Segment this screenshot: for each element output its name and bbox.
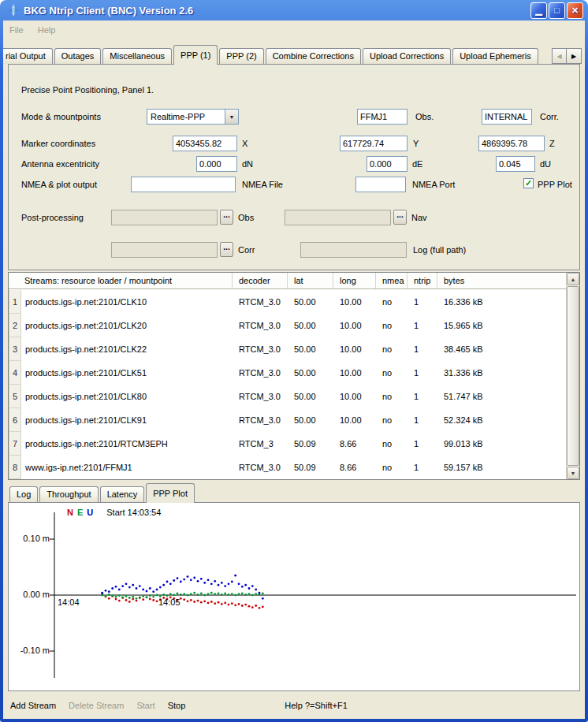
antenna-de-input[interactable] (367, 156, 408, 172)
stream-mountpoint: www.igs-ip.net:2101/FFMJ1 (21, 456, 233, 479)
menu-help[interactable]: Help (38, 25, 56, 35)
dn-label: dN (242, 159, 253, 169)
post-obs-input (111, 210, 218, 225)
stop-button[interactable]: Stop (168, 701, 186, 710)
browse-nav-button[interactable]: ... (393, 210, 407, 225)
table-row[interactable]: 8 www.igs-ip.net:2101/FFMJ1 RTCM_3.0 50.… (9, 456, 566, 479)
antenna-du-input[interactable] (496, 156, 535, 172)
stream-lat: 50.00 (288, 385, 333, 408)
marker-z-input[interactable] (478, 136, 545, 151)
header-lat[interactable]: lat (288, 273, 333, 288)
ppp-plot-checkbox[interactable]: ✓ (523, 178, 534, 188)
stream-long: 10.00 (333, 408, 376, 432)
table-row[interactable]: 7 products.igs-ip.net:2101/RTCM3EPH RTCM… (9, 432, 566, 456)
scroll-up-icon: ▲ (571, 277, 576, 282)
tab-combine-corrections[interactable]: Combine Corrections (266, 48, 361, 64)
header-mountpoint[interactable]: Streams: resource loader / mountpoint (21, 273, 233, 288)
tab-scroll-right-button[interactable]: ▶ (567, 48, 582, 64)
tab-ppp-plot[interactable]: PPP Plot (146, 483, 195, 503)
tab-upload-corrections[interactable]: Upload Corrections (363, 48, 451, 64)
corr-mountpoint-input[interactable] (482, 109, 532, 125)
post-nav-label: Nav (411, 213, 427, 222)
tab-scroll-left-button[interactable]: ◀ (552, 48, 567, 64)
stream-mountpoint: products.igs-ip.net:2101/CLK80 (21, 385, 233, 408)
table-row[interactable]: 1 products.igs-ip.net:2101/CLK10 RTCM_3.… (9, 290, 566, 314)
table-row[interactable]: 6 products.igs-ip.net:2101/CLK91 RTCM_3.… (9, 408, 566, 432)
corr-label: Corr. (540, 112, 559, 121)
mode-combobox[interactable]: Realtime-PPP ▼ (147, 109, 239, 125)
row-number: 1 (9, 290, 21, 314)
titlebar[interactable]: BKG Ntrip Client (BNC) Version 2.6 ▁ □ ✕ (3, 0, 585, 20)
stream-mountpoint: products.igs-ip.net:2101/CLK10 (21, 290, 233, 314)
minimize-button[interactable]: ▁ (530, 2, 547, 19)
scroll-up-button[interactable]: ▲ (567, 273, 579, 285)
stream-long: 10.00 (333, 337, 376, 361)
obs-mountpoint-input[interactable] (357, 109, 408, 125)
tab-latency[interactable]: Latency (100, 486, 145, 502)
stream-mountpoint: products.igs-ip.net:2101/CLK91 (21, 408, 233, 432)
post-nav-input (285, 210, 391, 225)
tab-ppp-1[interactable]: PPP (1) (173, 45, 218, 65)
table-row[interactable]: 4 products.igs-ip.net:2101/CLK51 RTCM_3.… (9, 361, 566, 385)
scrollbar-thumb[interactable] (567, 286, 579, 466)
nmea-file-input[interactable] (131, 177, 236, 192)
stream-bytes: 38.465 kB (437, 337, 566, 361)
y-label: Y (413, 139, 419, 148)
du-label: dU (540, 159, 551, 169)
main-tab-bar: rial Output Outages Miscellaneous PPP (1… (3, 39, 585, 65)
maximize-button[interactable]: □ (549, 2, 565, 19)
header-ntrip[interactable]: ntrip (408, 273, 437, 288)
add-stream-button[interactable]: Add Stream (10, 701, 56, 710)
plot-legend-item: E (77, 508, 83, 517)
ppp-panel: Precise Point Positioning, Panel 1. Mode… (8, 64, 580, 270)
tab-throughput[interactable]: Throughput (39, 486, 98, 502)
menu-bar: File Help (3, 20, 585, 39)
stream-nmea: no (376, 337, 408, 361)
plot-legend-item: N (67, 508, 73, 517)
stream-ntrip: 1 (408, 456, 437, 479)
table-scrollbar[interactable]: ▲ ▼ (566, 273, 579, 479)
marker-x-input[interactable] (173, 136, 237, 151)
marker-y-input[interactable] (340, 136, 408, 151)
antenna-dn-input[interactable] (196, 156, 237, 172)
stream-ntrip: 1 (408, 314, 437, 337)
header-nmea[interactable]: nmea (376, 273, 408, 288)
table-row[interactable]: 5 products.igs-ip.net:2101/CLK80 RTCM_3.… (9, 385, 566, 408)
stream-bytes: 15.965 kB (437, 314, 566, 337)
plot-legend: N E U Start 14:03:54 (67, 508, 161, 517)
y-tick-label: -0.10 m (12, 646, 50, 655)
table-row[interactable]: 2 products.igs-ip.net:2101/CLK20 RTCM_3.… (9, 314, 566, 337)
tab-upload-ephemeris[interactable]: Upload Ephemeris (452, 48, 538, 64)
header-long[interactable]: long (333, 273, 376, 288)
window-client-area: File Help rial Output Outages Miscellane… (3, 20, 585, 719)
browse-corr-button[interactable]: ... (220, 242, 233, 257)
tab-ppp-2[interactable]: PPP (2) (219, 48, 263, 64)
tab-serial-output[interactable]: rial Output (3, 48, 53, 64)
tab-outages[interactable]: Outages (54, 48, 102, 64)
close-button[interactable]: ✕ (567, 2, 583, 19)
stream-bytes: 59.157 kB (437, 456, 566, 479)
post-corr-input (111, 242, 218, 258)
stream-nmea: no (376, 361, 408, 385)
nmea-port-input[interactable] (355, 177, 406, 192)
obs-label: Obs. (415, 112, 434, 121)
stream-long: 10.00 (333, 290, 376, 314)
tab-miscellaneous[interactable]: Miscellaneous (102, 48, 172, 64)
row-number: 2 (9, 314, 21, 337)
delete-stream-button: Delete Stream (69, 701, 124, 710)
row-number: 4 (9, 361, 21, 385)
header-decoder[interactable]: decoder (233, 273, 288, 288)
ppp-plot-panel: N E U Start 14:03:54 0.10 m 0.00 m -0.10… (8, 502, 580, 691)
app-window: BKG Ntrip Client (BNC) Version 2.6 ▁ □ ✕… (0, 0, 588, 722)
menu-file[interactable]: File (9, 25, 24, 35)
stream-decoder: RTCM_3.0 (233, 337, 288, 361)
table-row[interactable]: 3 products.igs-ip.net:2101/CLK22 RTCM_3.… (9, 337, 566, 361)
streams-table-header: Streams: resource loader / mountpoint de… (9, 273, 579, 289)
streams-table-body: 1 products.igs-ip.net:2101/CLK10 RTCM_3.… (9, 290, 566, 479)
chevron-down-icon[interactable]: ▼ (225, 110, 238, 124)
tab-log[interactable]: Log (9, 486, 38, 502)
scroll-down-button[interactable]: ▼ (567, 467, 579, 479)
browse-obs-button[interactable]: ... (220, 210, 233, 225)
stream-decoder: RTCM_3.0 (233, 290, 288, 314)
header-bytes[interactable]: bytes (437, 273, 579, 288)
